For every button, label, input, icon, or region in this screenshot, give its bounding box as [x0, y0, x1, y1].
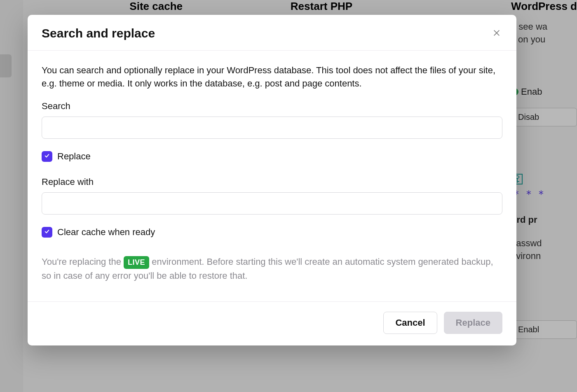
replace-with-input[interactable]	[42, 192, 502, 215]
clear-cache-checkbox-label: Clear cache when ready	[57, 227, 155, 238]
environment-note: You're replacing the LIVE environment. B…	[42, 255, 502, 282]
close-button[interactable]	[491, 28, 502, 39]
close-icon	[493, 28, 500, 38]
clear-cache-checkbox[interactable]	[42, 227, 52, 238]
modal-title: Search and replace	[42, 26, 155, 40]
modal-footer: Cancel Replace	[28, 301, 516, 345]
search-label: Search	[42, 101, 502, 112]
env-note-before: You're replacing the	[42, 257, 124, 267]
live-badge: LIVE	[124, 256, 149, 269]
modal-body: You can search and optionally replace in…	[28, 51, 516, 287]
replace-checkbox-row: Replace	[42, 151, 502, 162]
modal-description: You can search and optionally replace in…	[42, 64, 502, 90]
replace-checkbox[interactable]	[42, 151, 52, 162]
replace-button[interactable]: Replace	[444, 312, 502, 334]
search-input[interactable]	[42, 117, 502, 139]
search-replace-modal: Search and replace You can search and op…	[28, 15, 516, 345]
modal-header: Search and replace	[28, 15, 516, 51]
replace-with-label: Replace with	[42, 177, 502, 187]
clear-cache-checkbox-row: Clear cache when ready	[42, 227, 502, 238]
replace-checkbox-label: Replace	[57, 151, 91, 162]
cancel-button[interactable]: Cancel	[383, 312, 437, 334]
